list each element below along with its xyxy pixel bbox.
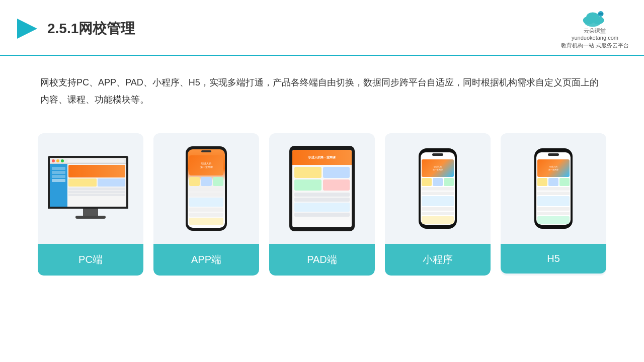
- card-miniprogram-label: 小程序: [385, 244, 491, 276]
- svg-point-4: [587, 12, 600, 22]
- page-header: 2.5.1网校管理 云朵课堂 yunduoketang.com 教育机构一站 式…: [0, 0, 644, 56]
- mini-phone-mockup-2: 职进人的第一堂网课: [534, 148, 573, 229]
- svg-marker-0: [17, 19, 37, 39]
- svg-rect-6: [599, 13, 604, 15]
- card-app: 职进人的第一堂网课 APP端: [153, 133, 259, 276]
- card-app-image: 职进人的第一堂网课: [153, 133, 259, 244]
- card-miniprogram-image: 职进人的第一堂网课: [385, 133, 491, 244]
- card-pc-label: PC端: [38, 244, 143, 276]
- phone-mockup: 职进人的第一堂网课: [186, 146, 227, 231]
- card-pc-image: [38, 133, 143, 244]
- card-h5: 职进人的第一堂网课 H5: [501, 133, 606, 276]
- logo-text: 云朵课堂 yunduoketang.com 教育机构一站 式服务云平台: [561, 27, 629, 49]
- tablet-mockup: 职进人的第一堂网课: [289, 146, 355, 231]
- card-pad-image: 职进人的第一堂网课: [269, 133, 375, 244]
- card-pad-label: PAD端: [269, 244, 375, 276]
- cards-container: PC端 职进人的第一堂网课: [0, 118, 644, 291]
- monitor-mockup: [48, 156, 133, 221]
- card-h5-image: 职进人的第一堂网课: [501, 133, 606, 244]
- page-title: 2.5.1网校管理: [47, 19, 135, 38]
- logo-icon: [581, 9, 609, 27]
- card-h5-label: H5: [501, 244, 606, 274]
- header-left: 2.5.1网校管理: [15, 17, 135, 41]
- card-pad: 职进人的第一堂网课 PAD端: [269, 133, 375, 276]
- card-miniprogram: 职进人的第一堂网课 小程序: [385, 133, 491, 276]
- mini-phone-mockup-1: 职进人的第一堂网课: [419, 148, 457, 229]
- card-app-label: APP端: [153, 244, 259, 276]
- play-icon: [15, 17, 39, 41]
- description-text: 网校支持PC、APP、PAD、小程序、H5，实现多端打通，产品各终端自由切换，数…: [0, 56, 644, 118]
- logo-area: 云朵课堂 yunduoketang.com 教育机构一站 式服务云平台: [561, 9, 629, 49]
- card-pc: PC端: [38, 133, 143, 276]
